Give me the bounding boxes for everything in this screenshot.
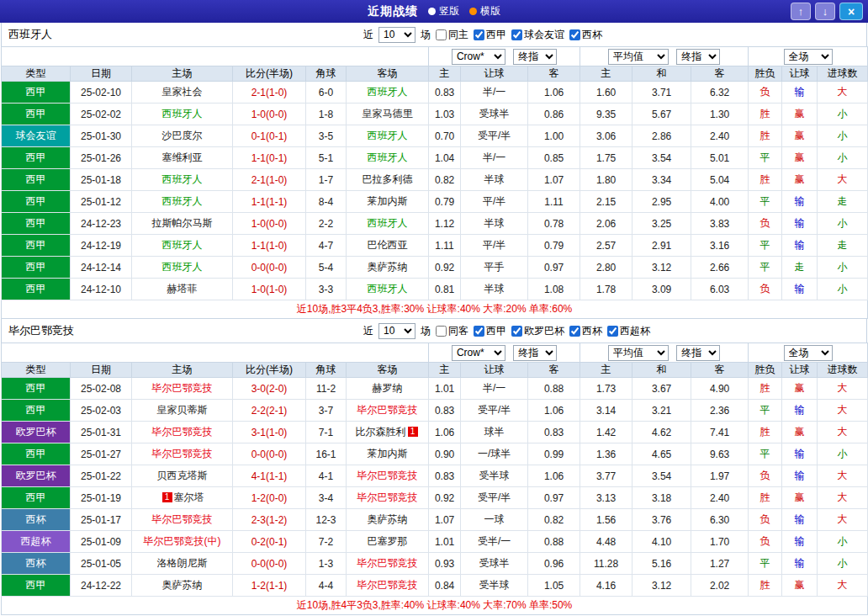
same-venue-checkbox[interactable]: 同主 bbox=[436, 28, 468, 42]
score[interactable]: 2-3(1-2) bbox=[233, 509, 306, 531]
home-team[interactable]: 西班牙人 bbox=[132, 104, 233, 125]
away-team[interactable]: 比尔森胜利1 bbox=[347, 422, 429, 443]
away-team[interactable]: 巴伦西亚 bbox=[347, 235, 429, 257]
away-team[interactable]: 奥萨苏纳 bbox=[347, 257, 429, 279]
away-team[interactable]: 西班牙人 bbox=[347, 279, 429, 300]
score[interactable]: 2-2(2-1) bbox=[233, 400, 306, 422]
close-button[interactable]: × bbox=[839, 3, 863, 20]
home-team[interactable]: 西班牙人 bbox=[132, 257, 233, 279]
away-team[interactable]: 巴拉多利德 bbox=[347, 169, 429, 191]
home-team[interactable]: 洛格朗尼斯 bbox=[132, 553, 233, 575]
home-team[interactable]: 奥萨苏纳 bbox=[132, 575, 233, 597]
score[interactable]: 0-0(0-0) bbox=[233, 443, 306, 465]
league-checkbox[interactable]: 西超杯 bbox=[607, 324, 650, 338]
league-checkbox[interactable]: 西杯 bbox=[569, 28, 602, 42]
avg-home-odds: 4.16 bbox=[580, 575, 632, 597]
score[interactable]: 2-1(1-0) bbox=[233, 169, 306, 191]
score[interactable]: 3-0(2-0) bbox=[233, 378, 306, 400]
home-team[interactable]: 皇家社会 bbox=[132, 82, 233, 104]
scope-select[interactable]: 全场 bbox=[784, 49, 833, 65]
match-count-select[interactable]: 10 bbox=[378, 27, 415, 43]
score[interactable]: 2-1(1-0) bbox=[233, 82, 306, 104]
home-team-label: 毕尔巴鄂竞技 bbox=[152, 448, 213, 459]
league-checkbox[interactable]: 欧罗巴杯 bbox=[511, 324, 564, 338]
score[interactable]: 0-1(0-1) bbox=[233, 125, 306, 147]
away-team[interactable]: 奥萨苏纳 bbox=[347, 509, 429, 531]
bookmaker-index-select[interactable]: 终指 bbox=[513, 345, 557, 361]
score[interactable]: 0-2(0-1) bbox=[233, 531, 306, 553]
league-checkbox-input[interactable] bbox=[511, 29, 522, 40]
layout-vertical-radio[interactable]: 竖版 bbox=[428, 4, 459, 19]
score[interactable]: 1-1(0-1) bbox=[233, 147, 306, 169]
league-checkbox[interactable]: 西甲 bbox=[474, 324, 506, 338]
avg-home-odds: 3.14 bbox=[580, 400, 632, 422]
home-team[interactable]: 贝西克塔斯 bbox=[132, 465, 233, 487]
home-team[interactable]: 赫塔菲 bbox=[132, 279, 233, 300]
home-team[interactable]: 毕尔巴鄂竞技 bbox=[132, 422, 233, 443]
score[interactable]: 0-0(0-0) bbox=[233, 553, 306, 575]
scroll-up-button[interactable]: ↑ bbox=[791, 3, 811, 20]
home-team[interactable]: 塞维利亚 bbox=[132, 147, 233, 169]
average-index-select[interactable]: 终指 bbox=[676, 345, 720, 361]
score[interactable]: 0-0(0-0) bbox=[233, 257, 306, 279]
score[interactable]: 3-1(1-0) bbox=[233, 422, 306, 443]
league-checkbox-input[interactable] bbox=[474, 326, 484, 337]
home-team[interactable]: 1塞尔塔 bbox=[132, 487, 233, 509]
score[interactable]: 1-0(0-0) bbox=[233, 213, 306, 235]
league-checkbox[interactable]: 西杯 bbox=[569, 324, 602, 338]
average-index-select[interactable]: 终指 bbox=[676, 49, 720, 65]
score[interactable]: 1-0(1-0) bbox=[233, 279, 306, 300]
home-team[interactable]: 毕尔巴鄂竞技 bbox=[132, 443, 233, 465]
league-checkbox-input[interactable] bbox=[474, 29, 484, 40]
home-odds: 0.83 bbox=[429, 400, 461, 422]
bookmaker-index-select[interactable]: 终指 bbox=[513, 49, 557, 65]
home-team[interactable]: 毕尔巴鄂竞技(中) bbox=[132, 531, 233, 553]
home-team[interactable]: 西班牙人 bbox=[132, 169, 233, 191]
home-team[interactable]: 毕尔巴鄂竞技 bbox=[132, 378, 233, 400]
away-team[interactable]: 西班牙人 bbox=[347, 125, 429, 147]
score[interactable]: 1-1(1-1) bbox=[233, 191, 306, 213]
average-select[interactable]: 平均值 bbox=[608, 49, 669, 65]
same-venue-input[interactable] bbox=[436, 326, 447, 337]
home-team[interactable]: 西班牙人 bbox=[132, 235, 233, 257]
away-team[interactable]: 毕尔巴鄂竞技 bbox=[347, 575, 429, 597]
score[interactable]: 1-0(0-0) bbox=[233, 104, 306, 125]
home-team[interactable]: 沙巴度尔 bbox=[132, 125, 233, 147]
away-team[interactable]: 毕尔巴鄂竞技 bbox=[347, 553, 429, 575]
league-checkbox[interactable]: 球会友谊 bbox=[511, 28, 564, 42]
away-team[interactable]: 皇家马德里 bbox=[347, 104, 429, 125]
away-team[interactable]: 莱加内斯 bbox=[347, 443, 429, 465]
away-team[interactable]: 毕尔巴鄂竞技 bbox=[347, 400, 429, 422]
same-venue-input[interactable] bbox=[436, 29, 447, 40]
league-checkbox-input[interactable] bbox=[569, 29, 580, 40]
bookmaker-select[interactable]: Crow* bbox=[452, 49, 505, 65]
scope-select[interactable]: 全场 bbox=[784, 345, 833, 361]
home-team[interactable]: 毕尔巴鄂竞技 bbox=[132, 509, 233, 531]
away-team[interactable]: 西班牙人 bbox=[347, 147, 429, 169]
layout-horizontal-radio[interactable]: 横版 bbox=[469, 4, 500, 19]
bookmaker-select[interactable]: Crow* bbox=[452, 345, 505, 361]
score[interactable]: 4-1(1-1) bbox=[233, 465, 306, 487]
same-venue-checkbox[interactable]: 同客 bbox=[436, 324, 468, 338]
home-team[interactable]: 拉斯帕尔马斯 bbox=[132, 213, 233, 235]
match-count-select[interactable]: 10 bbox=[378, 323, 415, 339]
score[interactable]: 1-2(1-1) bbox=[233, 575, 306, 597]
avg-away-odds: 1.70 bbox=[691, 531, 749, 553]
average-select[interactable]: 平均值 bbox=[608, 345, 669, 361]
score[interactable]: 1-1(1-0) bbox=[233, 235, 306, 257]
away-team[interactable]: 毕尔巴鄂竞技 bbox=[347, 487, 429, 509]
home-team[interactable]: 西班牙人 bbox=[132, 191, 233, 213]
league-checkbox-input[interactable] bbox=[607, 326, 618, 337]
league-checkbox-input[interactable] bbox=[511, 326, 522, 337]
away-team[interactable]: 西班牙人 bbox=[347, 82, 429, 104]
home-team[interactable]: 皇家贝蒂斯 bbox=[132, 400, 233, 422]
league-checkbox[interactable]: 西甲 bbox=[474, 28, 506, 42]
away-team[interactable]: 莱加内斯 bbox=[347, 191, 429, 213]
away-team[interactable]: 西班牙人 bbox=[347, 213, 429, 235]
league-checkbox-input[interactable] bbox=[569, 326, 580, 337]
scroll-down-button[interactable]: ↓ bbox=[815, 3, 835, 20]
away-team[interactable]: 赫罗纳 bbox=[347, 378, 429, 400]
away-team[interactable]: 毕尔巴鄂竞技 bbox=[347, 465, 429, 487]
score[interactable]: 1-2(0-0) bbox=[233, 487, 306, 509]
away-team[interactable]: 巴塞罗那 bbox=[347, 531, 429, 553]
